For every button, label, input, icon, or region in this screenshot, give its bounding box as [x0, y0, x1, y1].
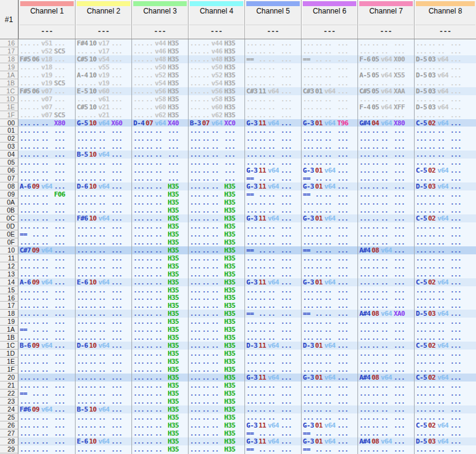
pattern-cell[interactable]: .......... — [75, 159, 131, 166]
row-number[interactable]: 15 — [0, 286, 18, 294]
pattern-cell[interactable]: .......... — [301, 334, 357, 342]
pattern-cell[interactable]: .....v46H35 — [188, 47, 244, 55]
pattern-cell[interactable]: .....v44H35 — [131, 39, 188, 47]
pattern-cell[interactable]: A#408v64... — [357, 437, 414, 445]
pattern-cell[interactable]: .......... — [75, 350, 131, 358]
pattern-cell[interactable]: .......... — [301, 47, 357, 55]
pattern-cell[interactable]: .......H35 — [188, 270, 244, 278]
pattern-cell[interactable]: .......... — [301, 143, 357, 151]
pattern-cell[interactable]: .......... — [357, 111, 414, 119]
pattern-cell[interactable]: G-301v64... — [301, 214, 357, 222]
pattern-cell[interactable]: .....v55... — [75, 63, 131, 71]
pattern-cell[interactable]: .......... — [75, 302, 131, 310]
pattern-cell[interactable]: .......... — [244, 143, 301, 151]
pattern-cell[interactable]: .......... — [414, 63, 476, 71]
pattern-cell[interactable]: .......... — [414, 206, 476, 214]
row-number[interactable]: 1D — [0, 350, 18, 358]
pattern-cell[interactable]: .......H35 — [188, 382, 244, 389]
channel-header-1[interactable]: Channel 1--- — [18, 0, 75, 39]
pattern-cell[interactable]: .......... — [414, 143, 476, 151]
pattern-cell[interactable]: C-502v64... — [414, 342, 476, 350]
row-number[interactable]: 0D — [0, 222, 18, 230]
pattern-cell[interactable]: .......... — [244, 47, 301, 55]
row-number[interactable]: 1D — [0, 95, 18, 103]
row-number[interactable]: 1B — [0, 79, 18, 87]
pattern-cell[interactable]: A-410v19... — [75, 71, 131, 79]
pattern-cell[interactable]: .....v19... — [18, 71, 75, 79]
pattern-cell[interactable]: ==....... — [301, 310, 357, 318]
pattern-cell[interactable]: .......... — [414, 79, 476, 87]
pattern-cell[interactable]: A#408v64... — [357, 374, 414, 382]
pattern-cell[interactable]: .......... — [357, 206, 414, 214]
pattern-cell[interactable]: .......... — [75, 206, 131, 214]
pattern-cell[interactable]: B-609v64... — [18, 342, 75, 350]
pattern-cell[interactable]: .......H35 — [131, 302, 188, 310]
pattern-cell[interactable]: .......... — [75, 238, 131, 246]
row-number[interactable]: 16 — [0, 39, 18, 47]
channel-header-5[interactable]: Channel 5--- — [244, 0, 301, 39]
pattern-cell[interactable]: .......H35 — [188, 445, 244, 453]
row-number[interactable]: 04 — [0, 151, 18, 159]
pattern-cell[interactable]: .......... — [414, 127, 476, 135]
pattern-cell[interactable]: .....v46H35 — [131, 47, 188, 55]
pattern-cell[interactable]: .......... — [131, 127, 188, 135]
row-number[interactable]: 12 — [0, 262, 18, 270]
pattern-cell[interactable]: .......... — [357, 413, 414, 421]
row-number[interactable]: 1C — [0, 342, 18, 350]
row-number[interactable]: 24 — [0, 405, 18, 413]
pattern-cell[interactable]: ==....... — [244, 445, 301, 453]
row-number[interactable]: 0B — [0, 206, 18, 214]
pattern-cell[interactable]: F-605v64X00 — [357, 55, 414, 63]
row-number[interactable]: 09 — [0, 190, 18, 198]
pattern-cell[interactable]: .......H35 — [131, 374, 188, 382]
pattern-cell[interactable]: E-610v64... — [75, 437, 131, 445]
pattern-cell[interactable]: .......H35 — [131, 222, 188, 230]
pattern-cell[interactable]: ==....... — [301, 55, 357, 63]
pattern-cell[interactable]: .......... — [18, 270, 75, 278]
pattern-cell[interactable]: .......... — [357, 174, 414, 182]
pattern-cell[interactable]: .......... — [414, 405, 476, 413]
pattern-cell[interactable]: .......... — [18, 421, 75, 429]
pattern-cell[interactable]: ==....... — [244, 429, 301, 437]
pattern-cell[interactable]: .......H35 — [131, 421, 188, 429]
pattern-cell[interactable]: .......... — [357, 254, 414, 262]
pattern-cell[interactable]: .......... — [18, 429, 75, 437]
channel-header-3[interactable]: Channel 3--- — [131, 0, 188, 39]
pattern-cell[interactable]: .......H35 — [131, 214, 188, 222]
pattern-cell[interactable]: .......... — [414, 111, 476, 119]
pattern-cell[interactable]: G-301v64... — [301, 278, 357, 286]
pattern-cell[interactable]: F#506v07... — [18, 87, 75, 95]
pattern-cell[interactable]: .......H35 — [131, 342, 188, 350]
pattern-cell[interactable]: .......... — [18, 127, 75, 135]
pattern-cell[interactable]: .......... — [414, 222, 476, 230]
pattern-cell[interactable]: .......... — [301, 366, 357, 374]
pattern-cell[interactable]: .......... — [18, 334, 75, 342]
pattern-cell[interactable]: A#408v64... — [357, 246, 414, 254]
pattern-cell[interactable]: .....v17... — [75, 47, 131, 55]
pattern-cell[interactable]: G-301v64... — [301, 182, 357, 190]
pattern-cell[interactable]: B-510v64... — [75, 405, 131, 413]
pattern-cell[interactable]: .......H35 — [131, 405, 188, 413]
pattern-cell[interactable]: .......H35 — [131, 310, 188, 318]
pattern-cell[interactable]: .......... — [244, 405, 301, 413]
pattern-cell[interactable]: .......H35 — [188, 190, 244, 198]
pattern-cell[interactable]: .......... — [301, 79, 357, 87]
pattern-cell[interactable]: .......... — [301, 39, 357, 47]
pattern-cell[interactable]: ==....... — [244, 310, 301, 318]
pattern-cell[interactable]: G-301v64... — [301, 421, 357, 429]
pattern-cell[interactable]: .......... — [75, 198, 131, 206]
pattern-cell[interactable]: .......H35 — [188, 366, 244, 374]
pattern-cell[interactable]: .......... — [244, 358, 301, 366]
pattern-cell[interactable]: .....v50H35 — [188, 63, 244, 71]
pattern-cell[interactable]: .......... — [18, 214, 75, 222]
pattern-cell[interactable]: .......H35 — [188, 246, 244, 254]
pattern-cell[interactable]: .......... — [244, 103, 301, 111]
pattern-cell[interactable]: .......... — [188, 159, 244, 166]
pattern-cell[interactable]: F#506v18... — [18, 55, 75, 63]
pattern-cell[interactable]: .....v61... — [75, 95, 131, 103]
pattern-cell[interactable]: .......... — [414, 382, 476, 389]
pattern-cell[interactable]: .......... — [301, 198, 357, 206]
pattern-cell[interactable]: .......... — [244, 326, 301, 334]
pattern-cell[interactable]: .....v48H35 — [188, 55, 244, 63]
row-number[interactable]: 19 — [0, 318, 18, 326]
